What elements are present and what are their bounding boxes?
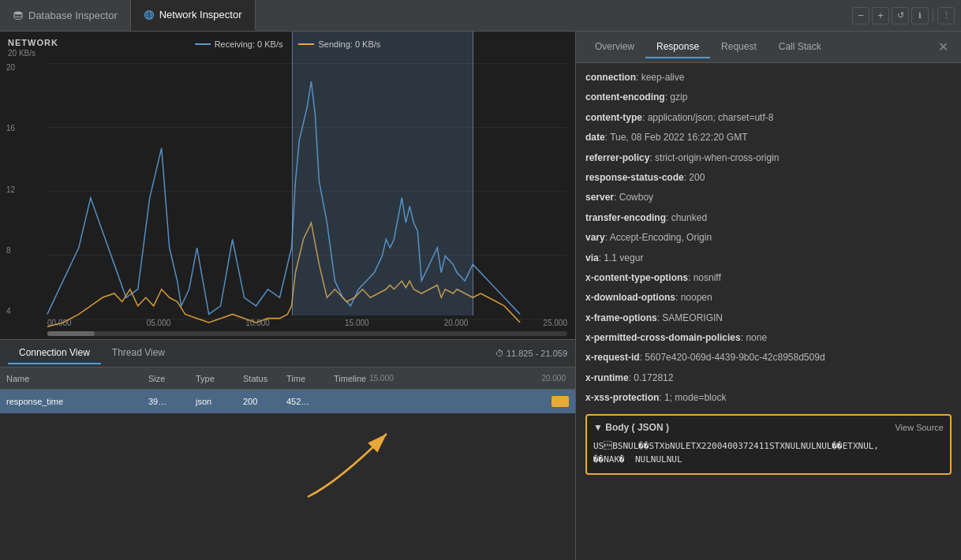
chart-scrollbar-thumb[interactable] (47, 331, 95, 336)
header-row-vary: vary: Accept-Encoding, Origin (585, 230, 952, 245)
row-time: 452… (280, 397, 327, 406)
info-button[interactable]: ℹ (911, 7, 929, 24)
tab-overview[interactable]: Overview (584, 36, 645, 58)
legend-sending: Sending: 0 KB/s (298, 39, 380, 49)
x-label-15: 15.000 (345, 319, 369, 327)
svg-point-0 (14, 11, 22, 14)
view-tabs-bar: Connection View Thread View ⏱ 11.825 - 2… (0, 339, 575, 368)
chart-legend: Receiving: 0 KB/s Sending: 0 KB/s (195, 39, 381, 49)
y-label-12: 12 (6, 185, 15, 194)
header-row-referrer-policy: referrer-policy: strict-origin-when-cros… (585, 150, 952, 166)
header-row-x-permitted-cross-domain-policies: x-permitted-cross-domain-policies: none (585, 330, 952, 345)
tab-connection-view[interactable]: Connection View (8, 342, 101, 364)
chart-area: NETWORK 20 KB/s Receiving: 0 KB/s Sendin… (0, 32, 575, 339)
legend-receiving-label: Receiving: 0 KB/s (215, 39, 283, 49)
view-source-button[interactable]: View Source (895, 423, 944, 432)
detail-content: connection: keep-alivecontent-encoding: … (576, 63, 961, 560)
table-container: response_time 39… json 200 452… (0, 390, 575, 560)
legend-sending-label: Sending: 0 KB/s (318, 39, 380, 49)
time-range: ⏱ 11.825 - 21.059 (495, 349, 567, 358)
tab-bar: Database Inspector Network Inspector − +… (0, 0, 961, 32)
header-row-x-content-type-options: x-content-type-options: nosniff (585, 270, 952, 286)
header-row-via: via: 1.1 vegur (585, 250, 952, 266)
chart-header: NETWORK 20 KB/s (8, 38, 58, 58)
row-type: json (189, 397, 237, 406)
timeline-bar (552, 396, 569, 407)
header-row-x-request-id: x-request-id: 5607e420-069d-4439-9b0c-42… (585, 349, 952, 365)
table-row[interactable]: response_time 39… json 200 452… (0, 390, 575, 413)
detail-tabs: Overview Response Request Call Stack (584, 36, 832, 58)
header-row-connection: connection: keep-alive (585, 69, 952, 85)
legend-line-receiving (195, 43, 211, 45)
right-panel: Overview Response Request Call Stack ✕ (576, 32, 961, 560)
view-tabs: Connection View Thread View (8, 342, 176, 364)
table-header: Name Size Type Status Time Timeline 15.0… (0, 368, 575, 390)
header-row-date: date: Tue, 08 Feb 2022 16:22:20 GMT (585, 129, 952, 145)
header-row-x-runtime: x-runtime: 0.172812 (585, 370, 952, 386)
header-row-x-xss-protection: x-xss-protection: 1; mode=block (585, 390, 952, 405)
y-label-4: 4 (6, 307, 15, 315)
x-label-20: 20.000 (444, 319, 469, 327)
y-label-16: 16 (6, 124, 15, 133)
timeline-label-15: 15.000 (369, 374, 394, 383)
legend-receiving: Receiving: 0 KB/s (195, 39, 283, 49)
zoom-in-button[interactable]: + (872, 7, 889, 24)
col-header-time: Time (280, 374, 327, 383)
main-container: NETWORK 20 KB/s Receiving: 0 KB/s Sendin… (0, 32, 961, 560)
network-icon (144, 9, 155, 21)
y-label-20: 20 (6, 63, 15, 72)
chart-x-axis: 00.000 05.000 10.000 15.000 20.000 25.00… (47, 319, 567, 327)
bottom-panel: Connection View Thread View ⏱ 11.825 - 2… (0, 339, 575, 560)
col-header-name: Name (0, 374, 142, 383)
col-header-size: Size (142, 374, 189, 383)
more-button[interactable]: ⋮ (937, 7, 955, 24)
timeline-header-labels: 15.000 20.000 (366, 374, 569, 383)
header-row-x-frame-options: x-frame-options: SAMEORIGIN (585, 310, 952, 326)
header-row-server: server: Cowboy (585, 189, 952, 205)
body-section-header: ▼ Body ( JSON ) View Source (593, 422, 944, 433)
row-name: response_time (0, 397, 142, 406)
tab-response[interactable]: Response (645, 36, 710, 58)
row-size: 39… (142, 397, 189, 406)
y-axis-labels: 20 16 12 8 4 (6, 63, 15, 315)
col-header-type: Type (189, 374, 237, 383)
close-button[interactable]: ✕ (933, 38, 953, 56)
headers-list: connection: keep-alivecontent-encoding: … (585, 69, 952, 406)
tab-database-inspector[interactable]: Database Inspector (0, 0, 131, 31)
row-status: 200 (237, 397, 280, 406)
tab-network-label: Network Inspector (159, 9, 242, 21)
chart-scale: 20 KB/s (8, 49, 58, 58)
reset-button[interactable]: ↺ (892, 7, 909, 24)
db-icon (13, 10, 24, 21)
body-title: ▼ Body ( JSON ) (593, 422, 669, 433)
x-label-10: 10.000 (245, 319, 270, 327)
header-row-response-status-code: response-status-code: 200 (585, 170, 952, 185)
header-row-x-download-options: x-download-options: noopen (585, 289, 952, 305)
chart-svg (0, 32, 575, 339)
col-header-timeline: Timeline 15.000 20.000 (327, 374, 575, 383)
x-label-25: 25.000 (543, 319, 567, 327)
header-row-content-type: content-type: application/json; charset=… (585, 110, 952, 125)
row-timeline (327, 390, 575, 413)
chart-scrollbar[interactable] (47, 331, 567, 336)
chart-selection (292, 32, 473, 315)
tab-thread-view[interactable]: Thread View (101, 342, 176, 364)
col-header-status: Status (237, 374, 280, 383)
tab-callstack[interactable]: Call Stack (768, 36, 832, 58)
tab-network-inspector[interactable]: Network Inspector (131, 0, 256, 31)
body-content: USBSNUL��STXbNULETX2200400372411STXNULN… (593, 439, 944, 467)
tab-request[interactable]: Request (710, 36, 768, 58)
tab-database-label: Database Inspector (28, 9, 118, 21)
header-row-content-encoding: content-encoding: gzip (585, 89, 952, 105)
chart-title: NETWORK (8, 38, 58, 47)
zoom-out-button[interactable]: − (852, 7, 869, 24)
left-panel: NETWORK 20 KB/s Receiving: 0 KB/s Sendin… (0, 32, 576, 560)
body-section: ▼ Body ( JSON ) View Source USBSNUL��ST… (585, 414, 952, 475)
x-label-0: 00.000 (47, 319, 72, 327)
y-label-8: 8 (6, 246, 15, 255)
legend-line-sending (298, 43, 314, 45)
x-label-5: 05.000 (147, 319, 171, 327)
header-row-transfer-encoding: transfer-encoding: chunked (585, 210, 952, 226)
timeline-label-20: 20.000 (541, 374, 566, 383)
right-panel-header: Overview Response Request Call Stack ✕ (576, 32, 961, 63)
